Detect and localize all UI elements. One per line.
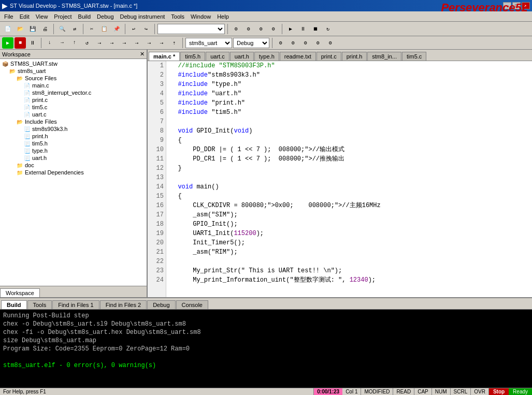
line-number: 9 <box>150 136 164 145</box>
tree-item[interactable]: 📄stm8_interrupt_vector.c <box>1 89 146 96</box>
dbg-btn7[interactable]: ⏹ <box>310 23 321 35</box>
tree-item[interactable]: 📂stm8s_uart <box>1 67 146 75</box>
step-into[interactable]: ↓ <box>44 37 55 49</box>
menu-item-debug[interactable]: Debug <box>94 12 117 21</box>
editor-tab[interactable]: main.c * <box>149 52 180 61</box>
debug-btn4[interactable]: ⚙ <box>268 23 279 35</box>
menu-item-view[interactable]: View <box>33 12 51 21</box>
settings-btn3[interactable]: ⚙ <box>300 37 311 49</box>
tree-item[interactable]: 📃print.h <box>1 133 146 140</box>
editor-tab[interactable]: uart.c <box>206 52 229 61</box>
menu-item-help[interactable]: Help <box>214 12 232 21</box>
sidebar-close-btn[interactable]: ✕ <box>140 51 145 57</box>
debug-btn2[interactable]: ⚙ <box>243 23 254 35</box>
code-view[interactable]: 123456789101112131415161718192021222324 … <box>148 61 532 297</box>
menu-item-debug-instrument[interactable]: Debug instrument <box>117 12 168 21</box>
dbg-btn5[interactable]: ▶ <box>285 23 296 35</box>
dbg2-8[interactable]: ⇢ <box>131 37 142 49</box>
tree-item[interactable]: 📃tim5.h <box>1 140 146 147</box>
target-combo[interactable]: stm8s_uart <box>185 38 232 48</box>
settings-btn2[interactable]: ⚙ <box>287 37 299 49</box>
close-button[interactable]: ✕ <box>522 2 530 9</box>
editor-tab[interactable]: uart.h <box>230 52 254 61</box>
editor-tab[interactable]: type.h <box>254 52 279 61</box>
open-button[interactable]: 📂 <box>15 23 26 35</box>
editor-tab[interactable]: tim5.c <box>402 52 426 61</box>
debug-btn1[interactable]: ⚙ <box>231 23 242 35</box>
copy-button[interactable]: 📋 <box>98 23 110 35</box>
editor-tab[interactable]: readme.txt <box>280 52 316 61</box>
replace-button[interactable]: ⇄ <box>69 23 80 35</box>
pause-button[interactable]: ⏸ <box>27 37 38 49</box>
menu-item-window[interactable]: Window <box>188 12 214 21</box>
tree-item[interactable]: 📂Include Files <box>1 118 146 125</box>
bottom-tab[interactable]: Debug <box>147 300 175 309</box>
tree-item[interactable]: 📄main.c <box>1 82 146 89</box>
tree-item[interactable]: 📁External Dependencies <box>1 169 146 176</box>
workspace-tab[interactable]: Workspace <box>0 288 40 297</box>
search-combo[interactable] <box>157 24 225 34</box>
reset-btn[interactable]: ↺ <box>81 37 93 49</box>
dbg2-11[interactable]: ⇡ <box>168 37 180 49</box>
tree-item[interactable]: 📄tim5.c <box>1 104 146 111</box>
menu-item-file[interactable]: File <box>1 12 17 21</box>
debug-btn3[interactable]: ⚙ <box>255 23 267 35</box>
cut-button[interactable]: ✂ <box>86 23 97 35</box>
stop-button[interactable]: ■ <box>15 37 26 49</box>
tree-item[interactable]: 📃stm8s903k3.h <box>1 125 146 133</box>
dbg2-6[interactable]: ⇢ <box>106 37 118 49</box>
settings-btn5[interactable]: ⚙ <box>325 37 336 49</box>
menu-item-edit[interactable]: Edit <box>17 12 33 21</box>
menu-item-tools[interactable]: Tools <box>168 12 188 21</box>
print-button[interactable]: 🖨 <box>39 23 51 35</box>
tree-item[interactable]: 📄print.c <box>1 96 146 104</box>
tree-icon: 📄 <box>24 83 30 89</box>
tree-item[interactable]: 📂Source Files <box>1 75 146 82</box>
undo-button[interactable]: ↩ <box>128 23 139 35</box>
tree-item[interactable]: 📦STM8S_UART.stw <box>1 60 146 67</box>
dbg-btn6[interactable]: ⏸ <box>297 23 309 35</box>
bottom-tabs: BuildToolsFind in Files 1Find in Files 2… <box>0 298 532 310</box>
dbg2-7[interactable]: ⇢ <box>119 37 130 49</box>
status-stop: Stop <box>489 388 509 395</box>
redo-button[interactable]: ↪ <box>140 23 152 35</box>
output-line: chex -fi -o Debug\stm8s_uart.hex Debug\s… <box>3 328 529 337</box>
new-file-button[interactable]: 📄 <box>2 23 13 35</box>
menu-item-project[interactable]: Project <box>51 12 75 21</box>
sep-t2-2 <box>182 38 183 48</box>
editor-tab[interactable]: print.h <box>342 52 367 61</box>
menu-item-build[interactable]: Build <box>75 12 94 21</box>
bottom-tab[interactable]: Build <box>1 300 27 309</box>
bottom-tab[interactable]: Find in Files 2 <box>100 300 147 309</box>
run-button[interactable]: ▶ <box>2 37 13 49</box>
code-line <box>170 117 528 126</box>
tree-label: External Dependencies <box>25 169 84 175</box>
dbg-btn8[interactable]: ↻ <box>322 23 334 35</box>
settings-btn4[interactable]: ⚙ <box>312 37 324 49</box>
paste-button[interactable]: 📌 <box>111 23 122 35</box>
tree-item[interactable]: 📁doc <box>1 162 146 169</box>
editor-tab[interactable]: tim5.h <box>180 52 205 61</box>
step-out[interactable]: ↑ <box>69 37 80 49</box>
bottom-tab[interactable]: Find in Files 1 <box>52 300 99 309</box>
config-combo[interactable]: Debug <box>233 38 269 48</box>
settings-btn1[interactable]: ⚙ <box>275 37 286 49</box>
dbg2-5[interactable]: ⇢ <box>94 37 105 49</box>
step-over[interactable]: → <box>56 37 68 49</box>
dbg2-10[interactable]: ⇢ <box>156 37 167 49</box>
find-button[interactable]: 🔍 <box>56 23 68 35</box>
maximize-button[interactable]: □ <box>512 2 521 9</box>
tree-item[interactable]: 📃type.h <box>1 147 146 154</box>
bottom-tab[interactable]: Tools <box>27 300 52 309</box>
bottom-tab[interactable]: Console <box>176 300 208 309</box>
tree-item[interactable]: 📃uart.h <box>1 154 146 162</box>
dbg2-9[interactable]: ⇢ <box>143 37 155 49</box>
sep-6 <box>282 24 282 34</box>
editor-tab[interactable]: print.c <box>317 52 341 61</box>
tree-icon: 📂 <box>17 119 23 125</box>
editor-tab[interactable]: stm8_in... <box>367 52 401 61</box>
tree-item[interactable]: 📄uart.c <box>1 111 146 118</box>
save-button[interactable]: 💾 <box>27 23 38 35</box>
code-content[interactable]: //#include "STM8S003F3P.h" #include"stm8… <box>166 61 532 297</box>
minimize-button[interactable]: ─ <box>503 2 511 9</box>
